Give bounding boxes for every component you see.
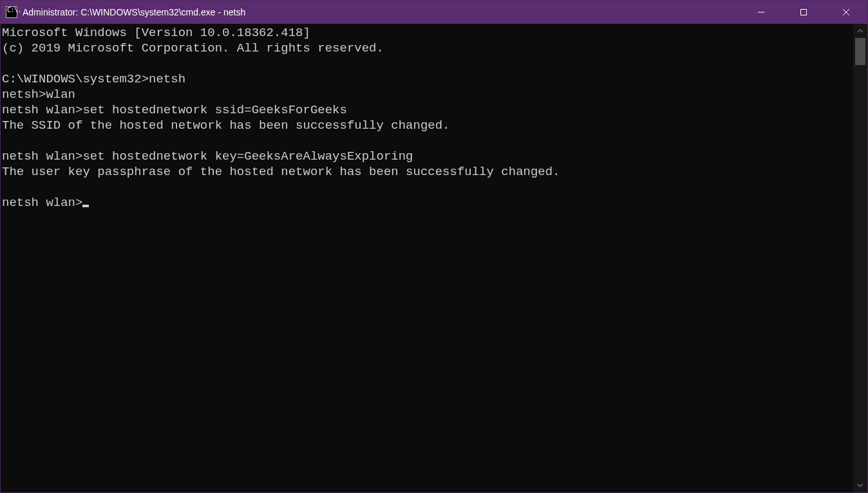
scroll-up-button[interactable] bbox=[853, 24, 867, 38]
cmd-app-icon-label: C:\. bbox=[7, 6, 21, 14]
terminal-line: C:\WINDOWS\system32>netsh bbox=[2, 72, 185, 86]
terminal-line: The SSID of the hosted network has been … bbox=[2, 118, 450, 133]
window-title: Administrator: C:\WINDOWS\system32\cmd.e… bbox=[23, 7, 245, 17]
terminal-cursor bbox=[82, 205, 89, 207]
titlebar[interactable]: C:\. Administrator: C:\WINDOWS\system32\… bbox=[1, 1, 867, 24]
close-icon bbox=[842, 8, 850, 16]
terminal-output: Microsoft Windows [Version 10.0.18362.41… bbox=[1, 24, 853, 212]
terminal-line: The user key passphrase of the hosted ne… bbox=[2, 165, 560, 179]
terminal-prompt: netsh wlan> bbox=[2, 196, 82, 210]
terminal-line: (c) 2019 Microsoft Corporation. All righ… bbox=[2, 41, 384, 55]
terminal-line: netsh wlan>set hostednetwork ssid=GeeksF… bbox=[2, 103, 347, 117]
maximize-button[interactable] bbox=[782, 1, 825, 24]
client-area: Microsoft Windows [Version 10.0.18362.41… bbox=[1, 24, 867, 492]
scroll-down-button[interactable] bbox=[853, 478, 867, 492]
cmd-app-icon: C:\. bbox=[6, 6, 17, 18]
close-button[interactable] bbox=[825, 1, 867, 24]
terminal-viewport[interactable]: Microsoft Windows [Version 10.0.18362.41… bbox=[1, 24, 853, 492]
vertical-scrollbar[interactable] bbox=[853, 24, 867, 492]
chevron-down-icon bbox=[857, 482, 863, 488]
maximize-icon bbox=[800, 8, 807, 16]
svg-rect-1 bbox=[801, 10, 807, 15]
terminal-line: netsh wlan>set hostednetwork key=GeeksAr… bbox=[2, 149, 413, 163]
scrollbar-thumb[interactable] bbox=[855, 38, 865, 65]
titlebar-left: C:\. Administrator: C:\WINDOWS\system32\… bbox=[1, 6, 245, 18]
window-controls bbox=[740, 1, 867, 24]
scrollbar-track[interactable] bbox=[853, 38, 867, 478]
terminal-line: Microsoft Windows [Version 10.0.18362.41… bbox=[2, 26, 310, 40]
terminal-line: netsh>wlan bbox=[2, 88, 75, 102]
minimize-icon bbox=[757, 8, 765, 16]
minimize-button[interactable] bbox=[740, 1, 782, 24]
cmd-window: C:\. Administrator: C:\WINDOWS\system32\… bbox=[0, 0, 868, 493]
chevron-up-icon bbox=[857, 28, 863, 34]
